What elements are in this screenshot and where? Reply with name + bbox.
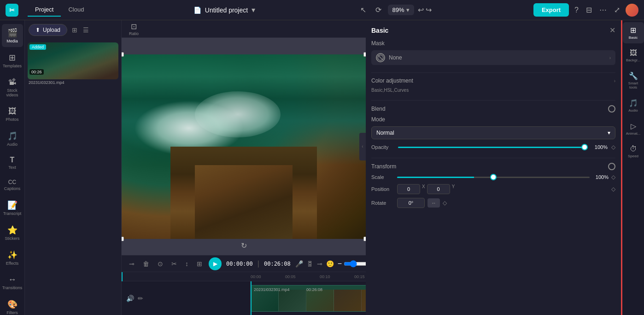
transcript-icon: 📝 <box>7 200 18 210</box>
right-tab-background[interactable]: 🖼 Backgr... <box>623 45 644 66</box>
export-button[interactable]: Export <box>533 3 569 17</box>
color-adj-sublabel: Basic,HSL,Curves <box>371 88 615 93</box>
help-icon-btn[interactable]: ? <box>573 4 580 16</box>
duplicate-btn[interactable]: ⊙ <box>156 259 165 268</box>
right-tab-audio[interactable]: 🎵 Audio <box>623 95 644 116</box>
media-badge: Added <box>29 44 46 50</box>
panel-collapse-tab[interactable]: ‹ <box>359 133 366 160</box>
track-volume-btn[interactable]: 🔊 <box>126 295 134 302</box>
mic-btn[interactable]: 🎤 <box>295 260 303 267</box>
transform-toggle[interactable] <box>608 163 615 170</box>
ruler-mark-1: 00:05 <box>285 274 320 279</box>
project-dropdown-icon[interactable]: ▾ <box>252 6 255 14</box>
media-item[interactable]: Added 00:26 20231I032301.mp4 <box>28 42 118 86</box>
right-tab-basic[interactable]: ⊞ Basic <box>623 22 644 43</box>
color-adjustment-section[interactable]: Color adjustment › Basic,HSL,Curves <box>371 77 615 93</box>
cursor-tool-btn[interactable]: ↖ <box>357 4 369 16</box>
split-btn[interactable]: ⊸ <box>127 259 136 268</box>
trim-btn[interactable]: ✂ <box>170 259 179 268</box>
list-view-btn[interactable]: ☰ <box>81 24 91 36</box>
user-avatar[interactable] <box>626 4 638 17</box>
track-edit-btn[interactable]: ✏ <box>138 295 143 302</box>
sidebar-item-audio[interactable]: 🎵 Audio <box>2 127 23 150</box>
project-icon: 📄 <box>193 6 201 14</box>
topbar-right: Export ? ⊟ ⋯ ⤢ <box>533 3 638 17</box>
split2-btn[interactable]: ⊸ <box>317 260 322 267</box>
play-button[interactable]: ▶ <box>209 257 222 270</box>
position-x-input[interactable] <box>397 184 420 194</box>
ratio-button[interactable]: ⊡ Ratio <box>129 22 139 36</box>
canvas-viewport[interactable]: ↻ ‹ <box>122 38 366 255</box>
sidebar-item-transitions[interactable]: ↔ Transitions <box>2 271 23 294</box>
rotate-input[interactable] <box>397 198 425 208</box>
fullscreen-icon-btn[interactable]: ⤢ <box>612 4 622 16</box>
props-close-btn[interactable]: ✕ <box>609 26 615 35</box>
position-y-input[interactable] <box>427 184 450 194</box>
upload-button[interactable]: ⬆ Upload <box>29 24 67 36</box>
tab-project[interactable]: Project <box>28 3 61 17</box>
flip-btn[interactable]: ↕ <box>183 259 190 268</box>
right-tab-smart-tools[interactable]: 🔧 Smart tools <box>623 68 644 93</box>
rotate-handle[interactable]: ↻ <box>241 241 247 250</box>
blend-section: Blend Mode Normal ▾ Opacity 100% ◇ <box>371 105 615 150</box>
sidebar-item-captions[interactable]: CC Captions <box>2 175 23 195</box>
tab-cloud[interactable]: Cloud <box>61 3 91 17</box>
track-area: 20231I032301.mp4 00:26:08 <box>251 281 366 315</box>
zoom-control[interactable]: 89% ▾ <box>388 5 414 15</box>
project-title[interactable]: Untitled project <box>205 6 248 14</box>
handle-top-right[interactable] <box>363 52 366 57</box>
zoom-range-input[interactable] <box>344 260 366 267</box>
position-inputs: X Y <box>397 184 609 194</box>
handle-top-left[interactable] <box>122 52 124 57</box>
video-frame[interactable]: ↻ <box>122 54 366 239</box>
opacity-slider[interactable] <box>398 147 588 148</box>
sidebar-item-text[interactable]: T Text <box>2 152 23 173</box>
props-panel: Basic ✕ Mask None › Color adjustment › <box>366 20 621 315</box>
sidebar-item-effects[interactable]: ✨ Effects <box>2 246 23 269</box>
redo-btn[interactable]: ↪ <box>426 6 432 14</box>
right-tab-speed[interactable]: ⏱ Speed <box>623 141 644 162</box>
mask-label: Mask <box>371 40 385 47</box>
grid-view-btn[interactable]: ⊞ <box>70 24 79 36</box>
more-timeline-btn[interactable]: ⊞ <box>195 259 204 268</box>
undo-btn[interactable]: ↩ <box>418 6 424 14</box>
handle-bottom-left[interactable] <box>122 237 124 241</box>
blend-toggle[interactable] <box>608 105 615 113</box>
track-clip[interactable]: 20231I032301.mp4 00:26:08 <box>251 285 366 312</box>
sidebar-item-media[interactable]: 🎬 Media <box>2 24 23 47</box>
timeline-zoom-slider[interactable]: − + <box>338 260 366 268</box>
sidebar-item-templates[interactable]: ⊞ Templates <box>2 49 23 72</box>
clip-label: 20231I032301.mp4 <box>254 287 290 292</box>
mask-option[interactable]: None › <box>371 50 615 65</box>
crop-tool-btn[interactable]: ⟳ <box>373 4 384 16</box>
audio-btn[interactable]: 🎛 <box>307 260 313 267</box>
delete-btn[interactable]: 🗑 <box>141 259 151 268</box>
emoji-btn[interactable]: 🙂 <box>326 260 334 267</box>
rotate-extra-btn[interactable]: ↔ <box>427 198 440 208</box>
sidebar-label-transitions: Transitions <box>2 285 23 290</box>
current-timecode: 00:00:00 <box>226 261 253 267</box>
sidebar-item-transcript[interactable]: 📝 Transcript <box>2 196 23 220</box>
position-reset-btn[interactable]: ◇ <box>611 186 615 192</box>
sidebar-item-filters[interactable]: 🎨 Filters <box>2 296 23 315</box>
layout-icon-btn[interactable]: ⊟ <box>584 4 594 16</box>
more-icon-btn[interactable]: ⋯ <box>597 4 609 16</box>
opacity-reset-btn[interactable]: ◇ <box>611 144 615 150</box>
stickers-icon: ⭐ <box>7 225 18 235</box>
scale-slider[interactable] <box>397 177 590 178</box>
right-tab-animation[interactable]: ▷ Animat... <box>623 118 644 139</box>
sidebar-item-stock-videos[interactable]: 📽 Stock videos <box>2 74 23 101</box>
sidebar-label-stickers: Stickers <box>5 236 19 241</box>
ruler-marks: 00:00 00:05 00:10 00:15 00:20 00:25 00:3… <box>251 274 366 279</box>
smart-tools-tab-icon: 🔧 <box>629 71 638 80</box>
sidebar-item-photos[interactable]: 🖼 Photos <box>2 103 23 125</box>
sidebar-item-stickers[interactable]: ⭐ Stickers <box>2 221 23 244</box>
color-adj-arrow: › <box>614 78 615 83</box>
blend-mode-select[interactable]: Normal ▾ <box>371 126 615 139</box>
media-filename: 20231I032301.mp4 <box>28 79 118 86</box>
scale-reset-btn[interactable]: ◇ <box>611 174 615 180</box>
rotate-reset-btn[interactable]: ◇ <box>443 200 447 206</box>
upload-icon: ⬆ <box>35 27 40 33</box>
ruler-mark-3: 00:15 <box>354 274 366 279</box>
handle-bottom-right[interactable] <box>363 237 366 241</box>
